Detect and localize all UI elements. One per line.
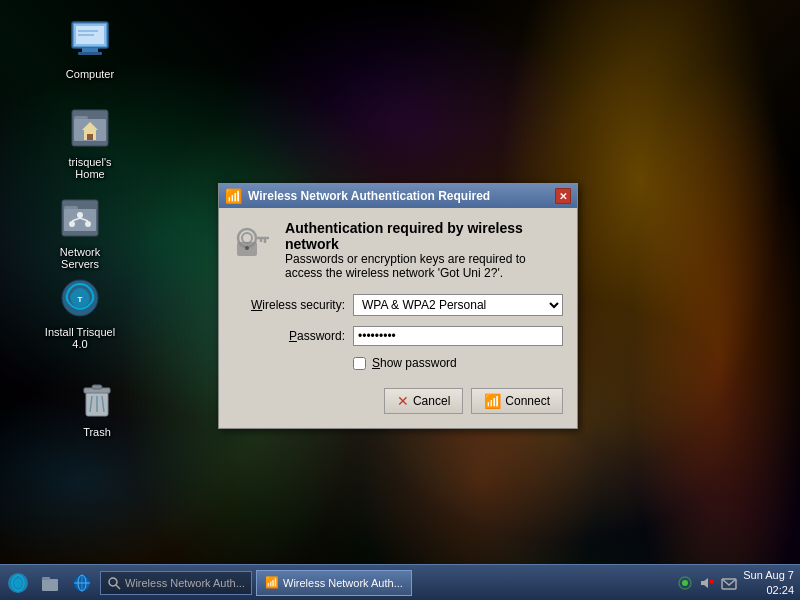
cancel-button[interactable]: ✕ Cancel (384, 388, 463, 414)
svg-rect-2 (82, 48, 98, 52)
trisquel-menu-button[interactable] (4, 569, 32, 597)
connect-label: Connect (505, 394, 550, 408)
password-control (353, 326, 563, 346)
show-password-checkbox[interactable] (353, 357, 366, 370)
svg-point-45 (682, 580, 688, 586)
svg-point-35 (245, 246, 249, 250)
search-area[interactable] (100, 571, 252, 595)
svg-point-43 (109, 578, 117, 586)
tray-network-icon[interactable] (677, 575, 693, 591)
clock-date: Sun Aug 7 (743, 568, 794, 582)
dialog-title-left: 📶 Wireless Network Authentication Requir… (225, 188, 490, 204)
search-icon (107, 576, 121, 590)
svg-point-16 (77, 212, 83, 218)
taskbar-search-input[interactable] (125, 577, 245, 589)
icon-home[interactable]: trisquel's Home (50, 100, 130, 184)
svg-point-17 (69, 221, 75, 227)
icon-install[interactable]: T Install Trisquel 4.0 (40, 270, 120, 354)
svg-rect-3 (78, 52, 102, 55)
install-icon-label: Install Trisquel 4.0 (44, 326, 116, 350)
taskbar-tray: Sun Aug 7 02:24 (671, 568, 800, 597)
wifi-title-icon: 📶 (225, 188, 242, 204)
wireless-security-select[interactable]: WPA & WPA2 Personal None WEP 40/128-bit … (353, 294, 563, 316)
password-label: Password: (233, 329, 353, 343)
install-icon: T (56, 274, 104, 322)
cancel-icon: ✕ (397, 393, 409, 409)
home-icon (66, 104, 114, 152)
svg-rect-12 (87, 134, 93, 140)
dialog-header-text: Authentication required by wireless netw… (285, 220, 563, 280)
taskbar: 📶 Wireless Network Auth... (0, 564, 800, 600)
password-row: Password: (233, 326, 563, 346)
wireless-security-label: Wireless security: (233, 298, 353, 312)
connect-icon: 📶 (484, 393, 501, 409)
wireless-security-control: WPA & WPA2 Personal None WEP 40/128-bit … (353, 294, 563, 316)
icon-computer[interactable]: Computer (50, 12, 130, 84)
dialog-overlay: 📶 Wireless Network Authentication Requir… (0, 0, 800, 600)
tray-email-icon[interactable] (721, 575, 737, 591)
network-icon-label: Network Servers (44, 246, 116, 270)
taskbar-task-wireless[interactable]: 📶 Wireless Network Auth... (256, 570, 412, 596)
task-label: Wireless Network Auth... (283, 577, 403, 589)
wireless-auth-dialog: 📶 Wireless Network Authentication Requir… (218, 183, 578, 429)
taskbar-tasks: 📶 Wireless Network Auth... (252, 570, 671, 596)
svg-point-18 (85, 221, 91, 227)
desktop: Computer trisquel's Home (0, 0, 800, 600)
svg-rect-28 (92, 385, 102, 389)
wireless-security-row: Wireless security: WPA & WPA2 Personal N… (233, 294, 563, 316)
clock-time: 02:24 (743, 583, 794, 597)
svg-rect-6 (78, 34, 94, 36)
icon-network[interactable]: Network Servers (40, 190, 120, 274)
key-icon (233, 220, 273, 260)
svg-line-44 (116, 585, 120, 589)
computer-icon-label: Computer (66, 68, 114, 80)
connect-button[interactable]: 📶 Connect (471, 388, 563, 414)
dialog-titlebar: 📶 Wireless Network Authentication Requir… (219, 184, 577, 208)
home-icon-label: trisquel's Home (54, 156, 126, 180)
dialog-close-button[interactable]: ✕ (555, 188, 571, 204)
files-button[interactable] (36, 569, 64, 597)
password-input[interactable] (353, 326, 563, 346)
cancel-label: Cancel (413, 394, 450, 408)
trash-icon-label: Trash (83, 426, 111, 438)
computer-icon (66, 16, 114, 64)
trash-icon (73, 374, 121, 422)
svg-text:T: T (78, 295, 83, 304)
icon-trash[interactable]: Trash (57, 370, 137, 442)
tray-volume-icon[interactable] (699, 575, 715, 591)
browser-button[interactable] (68, 569, 96, 597)
taskbar-left (0, 569, 100, 597)
dialog-content: Authentication required by wireless netw… (219, 208, 577, 428)
svg-marker-47 (701, 578, 708, 588)
svg-rect-37 (42, 579, 58, 591)
dialog-header-desc: Passwords or encryption keys are require… (285, 252, 563, 280)
clock[interactable]: Sun Aug 7 02:24 (743, 568, 794, 597)
network-icon (56, 194, 104, 242)
dialog-header: Authentication required by wireless netw… (233, 220, 563, 280)
dialog-buttons: ✕ Cancel 📶 Connect (233, 384, 563, 416)
dialog-header-bold: Authentication required by wireless netw… (285, 220, 563, 252)
show-password-label[interactable]: Show password (372, 356, 457, 370)
task-icon: 📶 (265, 576, 279, 589)
dialog-title-text: Wireless Network Authentication Required (248, 189, 490, 203)
show-password-row: Show password (353, 356, 563, 370)
svg-rect-5 (78, 30, 98, 32)
svg-rect-38 (42, 577, 50, 580)
